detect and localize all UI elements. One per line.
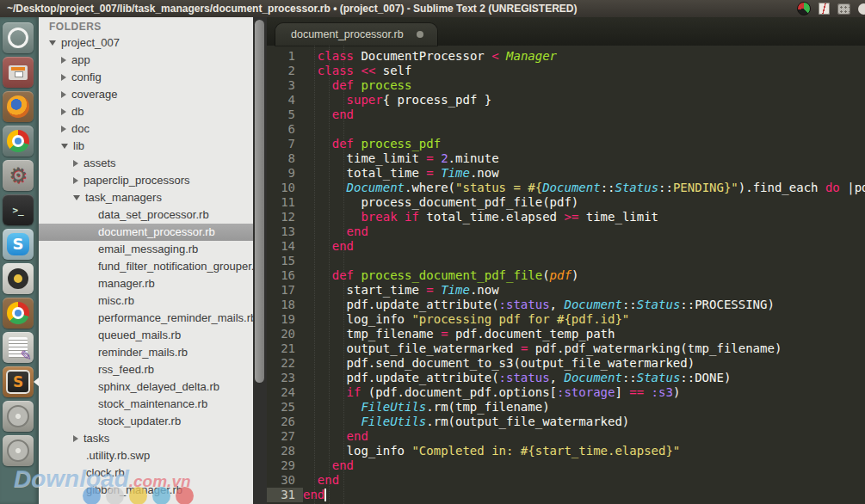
code-line-27[interactable]: 27 end bbox=[267, 429, 865, 444]
code-line-21[interactable]: 21 output_file_watermarked = pdf.pdf_wat… bbox=[267, 341, 865, 356]
tree-item-lib[interactable]: lib bbox=[39, 138, 253, 155]
chromium-icon[interactable] bbox=[3, 126, 34, 157]
disk-utility-icon[interactable] bbox=[3, 401, 34, 432]
tree-item-db[interactable]: db bbox=[39, 103, 253, 120]
code-line-9[interactable]: 9 total_time = Time.now bbox=[267, 166, 865, 181]
tree-item-reminder-mails-rb[interactable]: reminder_mails.rb bbox=[39, 344, 253, 361]
tree-item-doc[interactable]: doc bbox=[39, 120, 253, 138]
tree-item-email-messaging-rb[interactable]: email_messaging.rb bbox=[39, 241, 253, 258]
line-number[interactable]: 7 bbox=[267, 137, 303, 151]
code-line-5[interactable]: 5 end bbox=[267, 108, 865, 122]
ubuntu-dash-icon[interactable] bbox=[3, 22, 34, 53]
code-line-16[interactable]: 16 def process_document_pdf_file(pdf) bbox=[267, 268, 865, 283]
code-line-30[interactable]: 30 end bbox=[267, 473, 865, 488]
code-line-1[interactable]: 1 class DocumentProcessor < Manager bbox=[267, 49, 865, 64]
tree-item-document-processor-rb[interactable]: document_processor.rb bbox=[39, 224, 253, 241]
tree-item-misc-rb[interactable]: misc.rb bbox=[39, 292, 253, 310]
line-number[interactable]: 9 bbox=[267, 166, 303, 181]
tree-item-coverage[interactable]: coverage bbox=[39, 86, 253, 103]
sublime-text-icon[interactable]: S bbox=[3, 366, 34, 397]
tree-item-task-managers[interactable]: task_managers bbox=[39, 189, 253, 206]
line-number[interactable]: 13 bbox=[267, 224, 303, 239]
terminal-icon[interactable]: >_ bbox=[3, 194, 34, 225]
code-area[interactable]: 1 class DocumentProcessor < Manager2 cla… bbox=[267, 46, 865, 504]
code-line-4[interactable]: 4 super{ process_pdf } bbox=[267, 93, 865, 108]
line-number[interactable]: 18 bbox=[267, 298, 303, 312]
chevron-right-icon[interactable] bbox=[73, 160, 78, 167]
chevron-down-icon[interactable] bbox=[73, 195, 80, 200]
notes-icon[interactable] bbox=[819, 3, 830, 15]
code-line-17[interactable]: 17 start_time = Time.now bbox=[267, 283, 865, 298]
sidebar-scrollbar-thumb[interactable] bbox=[255, 20, 264, 383]
code-line-6[interactable]: 6 bbox=[267, 122, 865, 137]
line-number[interactable]: 26 bbox=[267, 415, 303, 429]
line-number[interactable]: 10 bbox=[267, 181, 303, 195]
modified-dot-icon[interactable] bbox=[417, 31, 423, 38]
skype-icon[interactable]: S bbox=[3, 229, 34, 260]
code-line-12[interactable]: 12 break if total_time.elapsed >= time_l… bbox=[267, 210, 865, 224]
chevron-right-icon[interactable] bbox=[61, 74, 66, 81]
line-number[interactable]: 12 bbox=[267, 210, 303, 224]
code-line-7[interactable]: 7 def process_pdf bbox=[267, 137, 865, 151]
tree-item-config[interactable]: config bbox=[39, 69, 253, 86]
code-line-24[interactable]: 24 if (pdf.document_pdf.options[:storage… bbox=[267, 385, 865, 400]
chevron-right-icon[interactable] bbox=[61, 91, 66, 98]
tree-item-stock-maintenance-rb[interactable]: stock_maintenance.rb bbox=[39, 396, 253, 413]
line-number[interactable]: 2 bbox=[267, 64, 303, 78]
code-line-23[interactable]: 23 pdf.update_attribute(:status, Documen… bbox=[267, 371, 865, 385]
tree-item-data-set-processor-rb[interactable]: data_set_processor.rb bbox=[39, 206, 253, 224]
code-line-25[interactable]: 25 FileUtils.rm(tmp_filename) bbox=[267, 400, 865, 415]
line-number[interactable]: 23 bbox=[267, 371, 303, 385]
line-number[interactable]: 6 bbox=[267, 122, 303, 137]
tree-item-stock-updater-rb[interactable]: stock_updater.rb bbox=[39, 413, 253, 430]
chevron-right-icon[interactable] bbox=[73, 435, 78, 442]
line-number[interactable]: 22 bbox=[267, 356, 303, 371]
code-line-20[interactable]: 20 tmp_filename = pdf.document_temp_path bbox=[267, 327, 865, 341]
line-number[interactable]: 1 bbox=[267, 49, 303, 64]
line-number[interactable]: 4 bbox=[267, 93, 303, 108]
line-number[interactable]: 30 bbox=[267, 473, 303, 488]
tree-item-tasks[interactable]: tasks bbox=[39, 430, 253, 447]
system-settings-icon[interactable]: ⚙ bbox=[3, 160, 34, 191]
file-manager-icon[interactable] bbox=[3, 57, 34, 88]
chevron-right-icon[interactable] bbox=[61, 108, 66, 115]
code-line-3[interactable]: 3 def process bbox=[267, 78, 865, 93]
keyboard-indicator-icon[interactable] bbox=[837, 3, 850, 15]
line-number[interactable]: 21 bbox=[267, 341, 303, 356]
tree-item-fund-filter-notification-grouper-rb[interactable]: fund_filter_notification_grouper.rb bbox=[39, 258, 253, 275]
code-line-29[interactable]: 29 end bbox=[267, 458, 865, 473]
firefox-icon[interactable] bbox=[3, 91, 34, 122]
tree-item-manager-rb[interactable]: manager.rb bbox=[39, 275, 253, 292]
tree-item-app[interactable]: app bbox=[39, 52, 253, 69]
chrome-apps-icon[interactable] bbox=[3, 298, 34, 329]
system-monitor-icon[interactable] bbox=[797, 2, 811, 15]
line-number[interactable]: 14 bbox=[267, 239, 303, 254]
code-line-22[interactable]: 22 pdf.send_document_to_s3(output_file_w… bbox=[267, 356, 865, 371]
code-line-26[interactable]: 26 FileUtils.rm(output_file_watermarked) bbox=[267, 415, 865, 429]
line-number[interactable]: 15 bbox=[267, 254, 303, 268]
chevron-down-icon[interactable] bbox=[49, 40, 56, 46]
clipped-tray-icon[interactable] bbox=[858, 3, 865, 15]
disk-utility-icon-2[interactable] bbox=[3, 435, 34, 466]
line-number[interactable]: 20 bbox=[267, 327, 303, 341]
line-number[interactable]: 11 bbox=[267, 195, 303, 210]
line-number[interactable]: 28 bbox=[267, 444, 303, 458]
chevron-right-icon[interactable] bbox=[61, 126, 66, 132]
line-number[interactable]: 31 bbox=[267, 488, 303, 502]
chevron-down-icon[interactable] bbox=[61, 144, 68, 149]
tree-item-performance-reminder-mails-rb[interactable]: performance_reminder_mails.rb bbox=[39, 310, 253, 327]
code-line-18[interactable]: 18 pdf.update_attribute(:status, Documen… bbox=[267, 298, 865, 312]
chevron-right-icon[interactable] bbox=[61, 57, 66, 64]
line-number[interactable]: 17 bbox=[267, 283, 303, 298]
line-number[interactable]: 3 bbox=[267, 78, 303, 93]
tree-item--utility-rb-swp[interactable]: .utility.rb.swp bbox=[39, 447, 253, 464]
line-number[interactable]: 25 bbox=[267, 400, 303, 415]
code-line-14[interactable]: 14 end bbox=[267, 239, 865, 254]
tree-item-queued-mails-rb[interactable]: queued_mails.rb bbox=[39, 327, 253, 344]
tree-item-sphinx-delayed-delta-rb[interactable]: sphinx_delayed_delta.rb bbox=[39, 378, 253, 396]
code-line-2[interactable]: 2 class << self bbox=[267, 64, 865, 78]
tab-document-processor[interactable]: document_processor.rb bbox=[275, 23, 437, 46]
line-number[interactable]: 24 bbox=[267, 385, 303, 400]
line-number[interactable]: 16 bbox=[267, 268, 303, 283]
code-line-11[interactable]: 11 process_document_pdf_file(pdf) bbox=[267, 195, 865, 210]
